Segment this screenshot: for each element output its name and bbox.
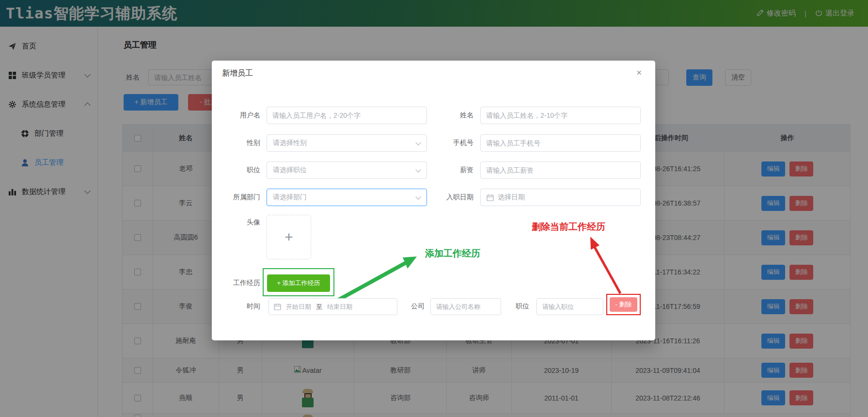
chevron-down-icon — [415, 194, 421, 199]
calendar-icon — [487, 194, 494, 201]
username-label: 用户名 — [212, 111, 267, 120]
dept-label: 所属部门 — [212, 193, 267, 202]
username-input[interactable] — [267, 107, 427, 124]
position-label: 职位 — [212, 166, 267, 175]
hire-date-label: 入职日期 — [427, 193, 480, 202]
salary-label: 薪资 — [427, 166, 480, 175]
chevron-down-icon — [415, 140, 421, 145]
name-input[interactable] — [480, 107, 641, 124]
work-exp-label: 工作经历 — [212, 279, 260, 288]
dialog-title: 新增员工 — [222, 68, 253, 79]
hire-date-input[interactable]: 选择日期 — [480, 189, 641, 206]
position-select[interactable]: 请选择职位 — [267, 161, 427, 179]
name-label: 姓名 — [427, 111, 480, 120]
avatar-upload-box[interactable]: + — [267, 215, 311, 259]
gender-select[interactable]: 请选择性别 — [267, 134, 427, 152]
plus-icon: + — [284, 229, 293, 245]
gender-label: 性别 — [212, 139, 267, 147]
range-to-label: 至 — [316, 303, 322, 311]
avatar-label: 头像 — [212, 218, 260, 227]
phone-label: 手机号 — [427, 139, 480, 147]
phone-input[interactable] — [480, 134, 641, 152]
salary-input[interactable] — [480, 161, 641, 179]
close-icon[interactable]: × — [636, 67, 642, 78]
dept-select[interactable]: 请选择部门 — [267, 189, 427, 206]
add-work-exp-button[interactable]: + 添加工作经历 — [267, 274, 330, 292]
company-input[interactable] — [430, 298, 501, 315]
company-label: 公司 — [411, 302, 425, 311]
exp-position-label: 职位 — [516, 302, 529, 311]
annotation-add-note: 添加工作经历 — [425, 247, 480, 260]
time-label: 时间 — [212, 302, 260, 311]
exp-date-range-input[interactable]: 开始日期 至 结束日期 — [268, 298, 397, 315]
annotation-delete-note: 删除当前工作经历 — [532, 221, 605, 233]
chevron-down-icon — [415, 167, 421, 172]
calendar-icon — [274, 303, 281, 310]
delete-work-exp-button[interactable]: - 删除 — [610, 297, 637, 312]
exp-position-input[interactable] — [537, 298, 603, 315]
add-employee-dialog: 新增员工 × 用户名 姓名 性别 请选择性别 手机号 职位 请选择职位 薪资 所… — [212, 61, 655, 340]
